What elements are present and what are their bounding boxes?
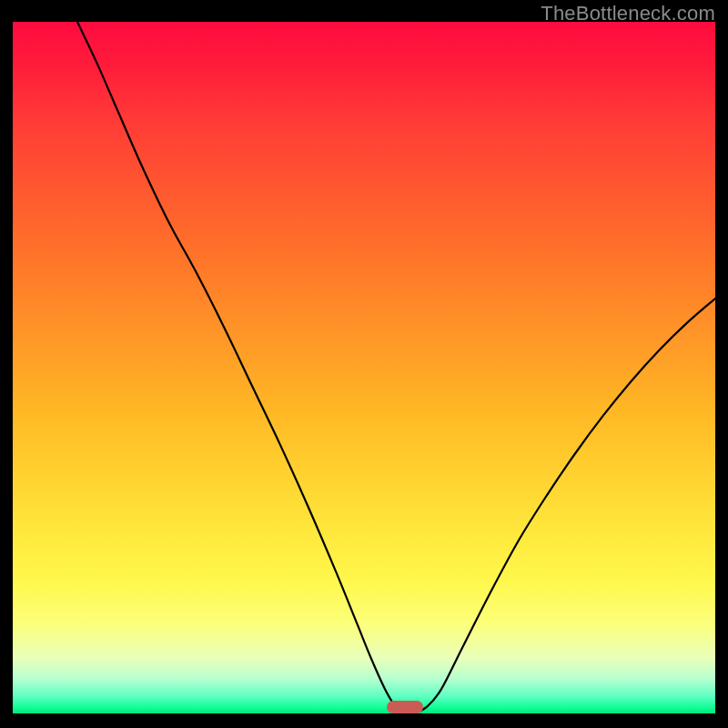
chart-container: TheBottleneck.com xyxy=(0,0,728,728)
chart-plot-area xyxy=(13,22,715,713)
optimal-point-marker xyxy=(387,701,423,713)
bottleneck-curve xyxy=(13,22,715,713)
